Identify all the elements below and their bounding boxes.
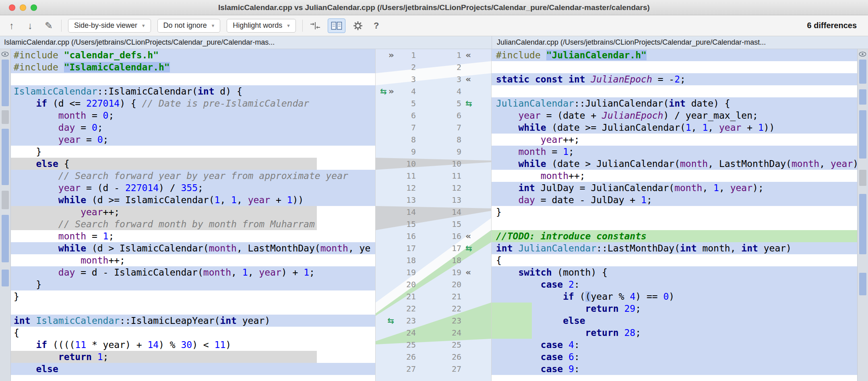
- code-line[interactable]: // Search forward year by year from appr…: [11, 170, 375, 182]
- code-line[interactable]: month++;: [11, 254, 375, 266]
- code-line[interactable]: year = (date + JulianEpoch) / year_max_l…: [492, 109, 857, 122]
- code-token: [14, 183, 58, 193]
- code-line[interactable]: return 1;: [11, 351, 375, 363]
- code-token: ;: [198, 183, 203, 193]
- code-line[interactable]: //TODO: introduce constants: [492, 230, 857, 242]
- code-line[interactable]: while (d > IslamicCalendar(month, LastMo…: [11, 242, 375, 254]
- code-line[interactable]: month = 0;: [11, 109, 375, 122]
- code-line[interactable]: switch (month) {: [492, 266, 857, 278]
- right-scroll-marker-strip[interactable]: [857, 49, 868, 381]
- code-line[interactable]: year++;: [492, 134, 857, 146]
- code-line[interactable]: int JulDay = JulianCalendar(month, 1, ye…: [492, 182, 857, 194]
- two-side-viewer-icon[interactable]: [328, 19, 345, 33]
- code-line[interactable]: // Search forward month by month from Mu…: [11, 218, 375, 230]
- code-line[interactable]: }: [11, 290, 375, 303]
- zoom-button[interactable]: [31, 4, 37, 11]
- code-line[interactable]: static const int JulianEpoch = -2;: [492, 73, 857, 85]
- next-difference-button[interactable]: ↓: [24, 19, 36, 33]
- expand-chevron-icon[interactable]: »: [389, 85, 394, 97]
- apply-change-icon[interactable]: ⇆: [380, 85, 387, 97]
- code-line[interactable]: while (date >= JulianCalendar(1, 1, year…: [492, 122, 857, 134]
- viewer-mode-dropdown[interactable]: Side-by-side viewer ▾: [68, 19, 151, 33]
- code-line[interactable]: [492, 218, 857, 230]
- code-line[interactable]: else {: [11, 158, 375, 170]
- code-line[interactable]: while (d >= IslamicCalendar(1, 1, year +…: [11, 194, 375, 206]
- highlight-mode-dropdown[interactable]: Highlight words ▾: [227, 19, 296, 33]
- right-line-number: 23: [439, 315, 461, 327]
- right-code-pane[interactable]: #include "JulianCalendar.h"static const …: [492, 49, 857, 381]
- code-line[interactable]: #include "calendar_defs.h": [11, 49, 375, 61]
- left-scroll-marker-strip[interactable]: [0, 49, 11, 381]
- expand-chevron-icon[interactable]: «: [465, 230, 471, 242]
- code-token: (d >= IslamicCalendar(: [86, 195, 215, 205]
- code-line[interactable]: year = 0;: [11, 134, 375, 146]
- eye-icon[interactable]: [859, 51, 866, 58]
- code-token: ;: [647, 195, 652, 205]
- left-code-pane[interactable]: #include "calendar_defs.h"#include "Isla…: [11, 49, 375, 381]
- left-line-number: 16: [394, 230, 416, 242]
- code-line[interactable]: day = date - JulDay + 1;: [492, 194, 857, 206]
- expand-chevron-icon[interactable]: «: [465, 49, 471, 61]
- code-line[interactable]: case 2:: [492, 278, 857, 290]
- code-line[interactable]: if (d <= 227014) { // Date is pre-Islami…: [11, 97, 375, 109]
- code-line[interactable]: case 6:: [492, 351, 857, 363]
- code-token: [529, 74, 535, 84]
- code-token: {: [496, 255, 502, 266]
- code-line[interactable]: if ((year % 4) == 0): [492, 290, 857, 303]
- gutter-row: 1919«: [376, 266, 491, 278]
- code-line[interactable]: year++;: [11, 206, 375, 218]
- left-line-number: 22: [394, 303, 416, 315]
- code-line[interactable]: [11, 73, 375, 85]
- code-token: ++;: [568, 171, 585, 181]
- code-line[interactable]: else: [11, 363, 375, 375]
- code-line[interactable]: while (date > JulianCalendar(month, Last…: [492, 158, 857, 170]
- apply-change-icon[interactable]: ⇆: [387, 315, 394, 327]
- code-line[interactable]: JulianCalendar::JulianCalendar(int date)…: [492, 97, 857, 109]
- code-line[interactable]: month = 1;: [492, 146, 857, 158]
- code-token: int: [496, 243, 513, 253]
- apply-change-icon[interactable]: ⇆: [465, 97, 472, 109]
- settings-gear-icon[interactable]: [352, 19, 364, 33]
- apply-change-icon[interactable]: ⇆: [465, 242, 472, 254]
- minimize-button[interactable]: [20, 4, 26, 11]
- code-line[interactable]: return 28;: [492, 327, 857, 339]
- code-line[interactable]: else: [492, 315, 857, 327]
- code-line[interactable]: {: [11, 327, 375, 339]
- code-line[interactable]: IslamicCalendar::IslamicCalendar(int d) …: [11, 85, 375, 97]
- code-line[interactable]: case 9:: [492, 363, 857, 375]
- code-line[interactable]: int IslamicCalendar::IslamicLeapYear(int…: [11, 315, 375, 327]
- code-token: year: [81, 207, 103, 217]
- code-line[interactable]: month++;: [492, 170, 857, 182]
- edit-source-icon[interactable]: ✎: [43, 19, 55, 33]
- code-line[interactable]: return 29;: [492, 303, 857, 315]
- code-line[interactable]: [492, 61, 857, 73]
- code-line[interactable]: [11, 303, 375, 315]
- previous-difference-button[interactable]: ↑: [6, 19, 18, 33]
- code-line[interactable]: {: [492, 254, 857, 266]
- code-line[interactable]: day = d - IslamicCalendar(month, 1, year…: [11, 266, 375, 278]
- eye-icon[interactable]: [1, 51, 9, 58]
- expand-chevron-icon[interactable]: «: [465, 266, 471, 278]
- code-line[interactable]: if ((((11 * year) + 14) % 30) < 11): [11, 339, 375, 351]
- code-line[interactable]: year = (d - 227014) / 355;: [11, 182, 375, 194]
- code-line[interactable]: [492, 85, 857, 97]
- code-line[interactable]: #include "JulianCalendar.h": [492, 49, 857, 61]
- expand-chevron-icon[interactable]: «: [465, 73, 471, 85]
- close-button[interactable]: [9, 4, 15, 11]
- collapse-unchanged-icon[interactable]: [309, 19, 321, 33]
- code-line[interactable]: day = 0;: [11, 122, 375, 134]
- code-line[interactable]: #include "IslamicCalendar.h": [11, 61, 375, 73]
- help-icon[interactable]: ?: [370, 19, 382, 33]
- right-line-number: 26: [439, 351, 461, 363]
- code-line[interactable]: }: [11, 146, 375, 158]
- expand-chevron-icon[interactable]: »: [389, 49, 394, 61]
- code-line[interactable]: int JulianCalendar::LastMonthDay(int mon…: [492, 242, 857, 254]
- code-line[interactable]: month = 1;: [11, 230, 375, 242]
- ignore-policy-dropdown[interactable]: Do not ignore ▾: [157, 19, 221, 33]
- left-line-number: 1: [394, 49, 416, 61]
- code-line[interactable]: }: [492, 206, 857, 218]
- code-token: ,: [819, 159, 831, 169]
- code-line[interactable]: }: [11, 278, 375, 290]
- code-line[interactable]: case 4:: [492, 339, 857, 351]
- code-token: =: [75, 122, 92, 133]
